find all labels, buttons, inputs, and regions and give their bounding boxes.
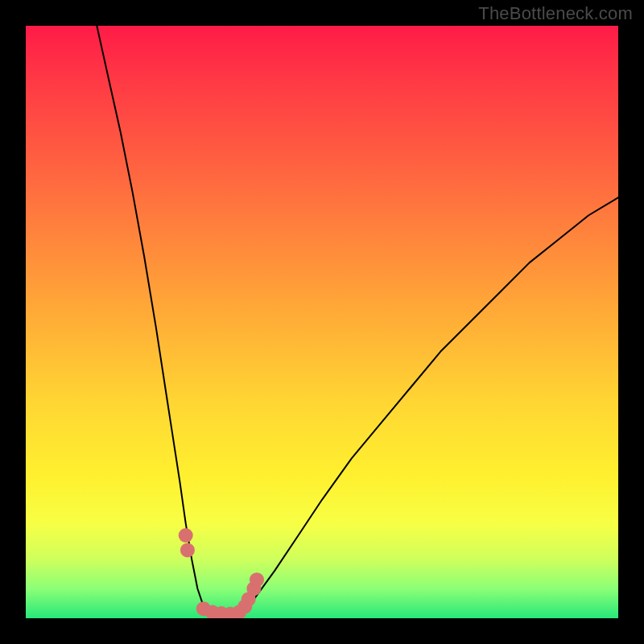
plot-area [26, 26, 618, 618]
marker-point [250, 572, 264, 587]
marker-point [180, 543, 195, 557]
chart-frame: TheBottleneck.com [0, 0, 644, 644]
watermark-text: TheBottleneck.com [478, 3, 633, 24]
marker-group [179, 528, 264, 618]
chart-svg [26, 26, 618, 618]
bottleneck-curve [97, 26, 618, 615]
marker-point [179, 528, 193, 543]
curve-group [97, 26, 618, 615]
